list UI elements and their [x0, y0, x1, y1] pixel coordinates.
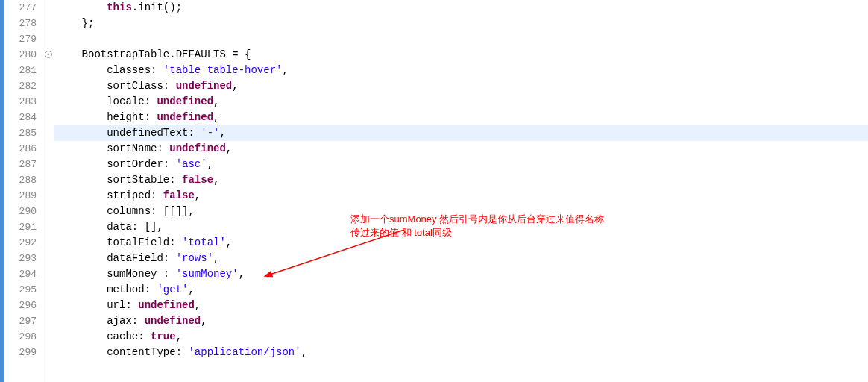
code-line[interactable]: sortClass: undefined,: [54, 78, 868, 94]
line-number: 294: [4, 266, 37, 282]
code-line[interactable]: contentType: 'application/json',: [54, 345, 868, 360]
line-number: 299: [4, 345, 37, 360]
line-number-gutter: 277 278 279 280 281 282 283 284 285 286 …: [4, 0, 43, 382]
line-number: 285: [4, 125, 37, 141]
code-line[interactable]: ajax: undefined,: [54, 313, 868, 329]
code-line[interactable]: this.init();: [54, 0, 868, 16]
code-line[interactable]: columns: [[]],: [54, 204, 868, 219]
code-line[interactable]: sortOrder: 'asc',: [54, 157, 868, 172]
line-number: 280: [4, 47, 37, 63]
line-number: 290: [4, 204, 37, 219]
code-line[interactable]: sortName: undefined,: [54, 141, 868, 157]
line-number: 298: [4, 329, 37, 345]
code-line[interactable]: [54, 31, 868, 47]
line-number: 297: [4, 313, 37, 329]
code-line[interactable]: height: undefined,: [54, 110, 868, 125]
line-number: 286: [4, 141, 37, 157]
line-number: 283: [4, 94, 37, 110]
code-line-highlighted[interactable]: undefinedText: '-',: [54, 125, 868, 141]
code-line[interactable]: classes: 'table table-hover',: [54, 63, 868, 78]
code-line[interactable]: locale: undefined,: [54, 94, 868, 110]
line-number: 278: [4, 16, 37, 31]
fold-column: -: [43, 0, 54, 382]
code-line[interactable]: dataField: 'rows',: [54, 251, 868, 266]
code-line[interactable]: method: 'get',: [54, 282, 868, 298]
line-number: 289: [4, 188, 37, 204]
line-number: 293: [4, 251, 37, 266]
code-line[interactable]: sortStable: false,: [54, 172, 868, 188]
line-number: 284: [4, 110, 37, 125]
code-line[interactable]: cache: true,: [54, 329, 868, 345]
vertical-bar: [0, 0, 4, 382]
code-line[interactable]: sumMoney : 'sumMoney',: [54, 266, 868, 282]
code-line[interactable]: };: [54, 16, 868, 31]
code-line[interactable]: striped: false,: [54, 188, 868, 204]
line-number: 295: [4, 282, 37, 298]
line-number: 277: [4, 0, 37, 16]
fold-toggle-icon[interactable]: -: [45, 51, 52, 58]
code-line[interactable]: data: [],: [54, 219, 868, 235]
line-number: 282: [4, 78, 37, 94]
code-content[interactable]: this.init(); }; BootstrapTable.DEFAULTS …: [54, 0, 868, 382]
code-line[interactable]: url: undefined,: [54, 298, 868, 313]
line-number: 296: [4, 298, 37, 313]
code-editor[interactable]: 277 278 279 280 281 282 283 284 285 286 …: [0, 0, 868, 382]
code-line[interactable]: totalField: 'total',: [54, 235, 868, 251]
line-number: 281: [4, 63, 37, 78]
line-number: 279: [4, 31, 37, 47]
line-number: 288: [4, 172, 37, 188]
line-number: 287: [4, 157, 37, 172]
line-number: 292: [4, 235, 37, 251]
line-number: 291: [4, 219, 37, 235]
code-line[interactable]: BootstrapTable.DEFAULTS = {: [54, 47, 868, 63]
blue-marker: [0, 0, 4, 382]
